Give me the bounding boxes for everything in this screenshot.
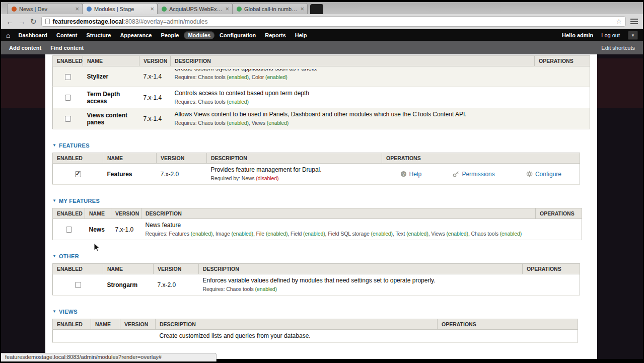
section-title-my-features[interactable]: ▼MY FEATURES xyxy=(52,198,590,204)
section-label: OTHER xyxy=(59,253,79,259)
operation-label: Permissions xyxy=(462,171,494,178)
column-header: OPERATIONS xyxy=(438,319,578,330)
shortcut-add-content[interactable]: Add content xyxy=(9,45,41,51)
help-link[interactable]: ?Help xyxy=(400,171,422,178)
enabled-checkbox[interactable] xyxy=(66,227,72,233)
tab-close-icon[interactable]: × xyxy=(225,6,229,12)
toolbar-item-content[interactable]: Content xyxy=(52,31,82,39)
back-icon[interactable]: ← xyxy=(6,18,14,25)
column-header: DESCRIPTION xyxy=(156,319,438,330)
module-section-my-features: ▼MY FEATURESENABLEDNAMEVERSIONDESCRIPTIO… xyxy=(52,198,590,240)
browser-window: News | Dev×Modules | Stage×AcquiaUPS Web… xyxy=(0,0,644,363)
section-title-views[interactable]: ▼VIEWS xyxy=(52,309,590,315)
module-version: 7.x-2.0 xyxy=(154,274,199,296)
toolbar-item-structure[interactable]: Structure xyxy=(82,31,115,39)
column-header: NAME xyxy=(83,56,139,66)
enabled-checkbox[interactable] xyxy=(65,74,71,80)
module-description: Controls access to context based upon te… xyxy=(175,90,531,97)
module-version: 7.x-2.0 xyxy=(157,164,207,185)
home-icon[interactable]: ⌂ xyxy=(6,32,10,39)
tab-favicon-icon xyxy=(87,7,92,12)
module-requirements: Requires: Chaos tools (enabled), Views (… xyxy=(175,120,531,126)
column-header: DESCRIPTION xyxy=(141,208,536,219)
toolbar-item-reports[interactable]: Reports xyxy=(261,31,290,39)
module-requirements: Requires: Chaos tools (enabled) xyxy=(175,99,531,105)
modules-table-features: ENABLEDNAMEVERSIONDESCRIPTIONOPERATIONS✓… xyxy=(52,153,580,185)
column-header: DESCRIPTION xyxy=(199,264,523,274)
module-description: Provides feature management for Drupal. xyxy=(211,166,378,174)
dependency-status: (enabled) xyxy=(227,99,249,105)
column-header: VERSION xyxy=(157,153,207,164)
module-name: Features xyxy=(107,171,132,178)
module-description: Create customized lists and queries from… xyxy=(160,332,434,340)
module-version xyxy=(120,330,156,343)
module-name: Views content panes xyxy=(87,112,127,126)
checkmark-icon: ✓ xyxy=(76,170,81,177)
column-header: NAME xyxy=(91,319,120,330)
svg-text:?: ? xyxy=(402,172,405,177)
dependency-status: (enabled) xyxy=(255,286,277,292)
module-description: Allows Views content to be used in Panel… xyxy=(175,111,531,118)
dependency-status: (enabled) xyxy=(446,231,468,237)
column-header: ENABLED xyxy=(53,208,85,219)
forward-icon[interactable]: → xyxy=(18,18,26,25)
column-header: OPERATIONS xyxy=(382,153,580,164)
dependency-status: (enabled) xyxy=(265,74,287,80)
pinned-tab[interactable] xyxy=(310,4,323,14)
module-name: Strongarm xyxy=(107,281,138,288)
toolbar-item-dashboard[interactable]: Dashboard xyxy=(14,31,51,39)
module-requirements: Requires: Chaos tools (enabled) xyxy=(203,286,519,293)
browser-tab[interactable]: AcquiaUPS WebEx Enterpr× xyxy=(157,3,233,14)
collapse-triangle-icon: ▼ xyxy=(52,254,56,258)
toolbar-item-help[interactable]: Help xyxy=(291,31,311,39)
logout-link[interactable]: Log out xyxy=(601,32,620,38)
module-row: ✓Features7.x-2.0Provides feature managem… xyxy=(53,164,580,185)
reload-icon[interactable]: ↻ xyxy=(30,18,37,25)
toolbar-item-modules[interactable]: Modules xyxy=(184,31,214,39)
status-bar: featuresdemostage.local:8083/admin/modul… xyxy=(1,353,217,361)
edit-shortcuts-link[interactable]: Edit shortcuts xyxy=(601,45,635,51)
toolbar-toggle-icon[interactable]: ▾ xyxy=(628,31,638,40)
help-icon: ? xyxy=(400,171,407,177)
browser-tab[interactable]: Modules | Stage× xyxy=(82,3,158,14)
tab-close-icon[interactable]: × xyxy=(75,6,79,12)
column-header: NAME xyxy=(103,264,154,274)
module-row: Stylizer7.x-1.4Create custom styles for … xyxy=(53,66,590,87)
browser-tab[interactable]: News | Dev× xyxy=(7,3,83,14)
module-row: News7.x-1.0News featureRequires: Feature… xyxy=(53,219,582,240)
column-header: VERSION xyxy=(154,264,199,274)
modules-table-views: ENABLEDNAMEVERSIONDESCRIPTIONOPERATIONSC… xyxy=(52,319,578,343)
section-title-other[interactable]: ▼OTHER xyxy=(52,253,590,259)
bookmark-star-icon[interactable]: ☆ xyxy=(616,18,622,25)
tab-close-icon[interactable]: × xyxy=(300,6,304,12)
modules-list: ENABLEDNAMEVERSIONDESCRIPTIONOPERATIONSS… xyxy=(52,55,590,343)
enabled-checkbox[interactable] xyxy=(65,95,71,101)
tab-close-icon[interactable]: × xyxy=(150,6,154,12)
toolbar-item-people[interactable]: People xyxy=(157,31,183,39)
module-description: Enforces variable values defined by modu… xyxy=(203,277,519,284)
section-title-features[interactable]: ▼FEATURES xyxy=(52,142,590,149)
modules-table-other: ENABLEDNAMEVERSIONDESCRIPTIONOPERATIONSS… xyxy=(52,263,580,296)
dependency-status: (disabled) xyxy=(256,175,278,181)
enabled-checkbox[interactable] xyxy=(65,116,71,122)
module-section-views: ▼VIEWSENABLEDNAMEVERSIONDESCRIPTIONOPERA… xyxy=(52,309,590,343)
browser-tab[interactable]: Global call-in numbers× xyxy=(232,3,308,14)
permissions-link[interactable]: Permissions xyxy=(453,171,494,178)
enabled-checkbox[interactable] xyxy=(75,282,81,288)
module-version: 7.x-1.4 xyxy=(139,66,171,87)
gear-icon xyxy=(526,171,533,177)
address-input[interactable]: featuresdemostage.local:8083/#overlay=ad… xyxy=(41,16,626,27)
configure-link[interactable]: Configure xyxy=(526,171,561,178)
module-name: Term Depth access xyxy=(87,91,120,105)
shortcut-find-content[interactable]: Find content xyxy=(50,45,84,51)
enabled-checkbox[interactable]: ✓ xyxy=(75,171,81,177)
dependency-status: (enabled) xyxy=(266,231,288,237)
page-viewport: ENABLEDNAMEVERSIONDESCRIPTIONOPERATIONSS… xyxy=(1,54,643,359)
toolbar-item-configuration[interactable]: Configuration xyxy=(216,31,260,39)
operation-label: Help xyxy=(409,171,422,178)
tab-title: Modules | Stage xyxy=(94,6,148,12)
module-section-features: ▼FEATURESENABLEDNAMEVERSIONDESCRIPTIONOP… xyxy=(52,142,590,185)
toolbar-item-appearance[interactable]: Appearance xyxy=(116,31,156,39)
column-header: OPERATIONS xyxy=(535,56,590,66)
browser-menu-icon[interactable] xyxy=(630,19,638,24)
